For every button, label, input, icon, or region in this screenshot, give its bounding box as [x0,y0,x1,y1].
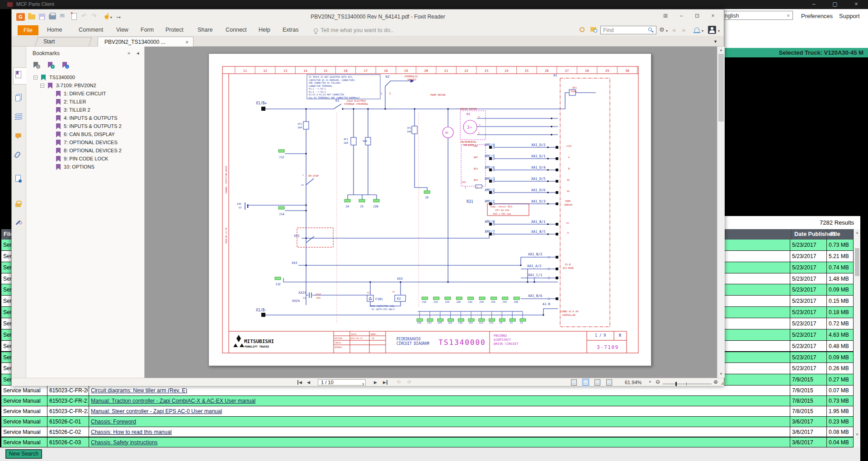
document-link[interactable]: Circuit diagrams: New tiller arm (Rev. E… [91,387,187,394]
bookmark-item[interactable]: 1: DRIVE CIRCUIT [26,90,144,98]
tree-expander-icon[interactable]: − [40,84,44,88]
language-select[interactable]: English ∨ [719,11,793,20]
menu-comment[interactable]: Comment [79,27,103,33]
hand-tool-dropdown-icon[interactable]: ▾ [110,15,112,19]
bookmarks-panel-icon[interactable] [15,71,24,79]
table-row[interactable]: Service Manual615026-C-03Chassis: Safety… [1,437,853,448]
table-row[interactable]: Service Manual615026-C-02Chassis: How to… [1,427,853,437]
tree-expander-icon[interactable]: − [33,75,38,80]
favorite-ring-icon[interactable] [580,27,585,32]
pdf-scroll-down-icon[interactable]: ▼ [717,372,725,376]
save-icon[interactable] [39,14,45,20]
search-icon[interactable] [648,28,652,31]
ribbon-collapse-icon[interactable]: ▼ [713,39,717,44]
create-from-clipboard-icon[interactable] [71,13,77,20]
resize-grip-icon[interactable]: ◢ [721,380,724,385]
zoom-slider-thumb[interactable] [675,382,677,386]
print-icon[interactable] [49,14,56,19]
bookmark-item[interactable]: −3-7109: PBV20N2 [26,82,144,90]
open-folder-icon[interactable] [28,14,35,19]
bookmark-item[interactable]: 2: TILLER [26,98,144,106]
support-link[interactable]: Support [839,13,860,19]
document-link[interactable]: Chassis: Safety instructions [91,439,157,446]
preferences-link[interactable]: Preferences [801,13,833,19]
bell-dropdown-icon[interactable]: ▾ [702,29,703,33]
menu-protect[interactable]: Protect [165,27,184,33]
cell-document-name[interactable]: Chassis: Safety instructions [89,437,789,447]
hand-tool-icon[interactable]: ☝ [103,13,110,19]
bookmark-item[interactable]: 6: CAN BUS, DISPLAY [26,131,144,139]
avatar-dropdown-icon[interactable]: ▾ [718,29,720,33]
bell-icon[interactable] [694,28,699,32]
bookmark-item[interactable]: −TS1340000 [26,74,144,82]
cell-document-name[interactable]: Circuit diagrams: New tiller arm (Rev. E… [89,386,789,395]
zoom-out-icon[interactable]: ⊖ [656,379,660,385]
foxit-minimize-icon[interactable]: – [676,13,686,19]
cell-document-name[interactable]: Manual: Traction controller - Zapi Combi… [89,396,789,406]
new-search-button[interactable]: New Search [6,450,42,458]
cell-document-name[interactable]: Chassis: Foreword [89,417,789,427]
goto-bookmark-badge[interactable]: → [65,65,69,69]
bookmark-item[interactable]: 8: OPTIONAL DEVICES 2 [26,147,144,155]
continuous-facing-view-icon[interactable] [606,379,612,386]
close-button[interactable]: × [849,1,863,7]
menu-extras[interactable]: Extras [283,27,298,33]
document-view[interactable]: 1112131415161718192021222324252627282930… [145,47,717,378]
zoom-dropdown-icon[interactable]: ▾ [649,380,651,384]
scroll-down-icon[interactable]: ▼ [854,433,860,437]
redo-icon[interactable]: ↷ [91,12,97,19]
pdf-scrollbar[interactable]: ▲ ▼ [717,47,725,378]
layout-grid-icon[interactable]: ⊞ [660,13,670,19]
maximize-button[interactable]: ▢ [828,1,842,7]
pdf-scroll-up-icon[interactable]: ▲ [717,48,725,52]
foxit-restore-icon[interactable]: ⊡ [692,13,702,19]
document-link[interactable]: Chassis: Foreword [91,419,136,425]
attachments-panel-icon[interactable] [15,151,24,160]
previous-page-icon[interactable]: ◀ [307,380,310,385]
delete-bookmark-badge[interactable]: × [36,65,40,69]
bookmark-item[interactable]: 9: PIN CODE LOCK [26,155,144,163]
page-number-box[interactable]: 1 / 10 ▾ [318,379,366,386]
collapse-panel-icon[interactable]: ◂ [137,50,139,56]
menu-connect[interactable]: Connect [226,27,247,33]
table-row[interactable]: Service Manual615023-C-FR-20Circuit diag… [1,386,853,396]
cell-document-name[interactable]: Manual: Steer controller - Zapi EPS AC-0… [89,406,789,416]
last-page-icon[interactable]: ▶ [383,380,387,385]
bookmark-item[interactable]: 10: OPTIONS [26,163,144,171]
comments-panel-icon[interactable] [15,133,24,141]
continuous-view-icon[interactable] [583,379,589,386]
bookmark-item[interactable]: 7: OPTIONAL DEVICES [26,139,144,147]
email-icon[interactable]: ✉ [60,12,65,19]
add-bookmark-badge[interactable]: + [51,65,55,69]
bookmark-item[interactable]: 5: INPUTS & OUTPUTS 2 [26,122,144,131]
document-link[interactable]: Manual: Steer controller - Zapi EPS AC-0… [91,408,222,414]
customize-toolbar-icon[interactable]: ╾▾ [117,15,121,19]
layers-panel-icon[interactable] [15,113,24,122]
menu-home[interactable]: Home [47,27,62,33]
scroll-up-icon[interactable]: ▲ [854,230,860,235]
tab-close-icon[interactable]: × [186,37,189,47]
next-page-icon[interactable]: ▶ [374,380,377,385]
table-row[interactable]: Service Manual615023-C-FR-22Manual: Stee… [1,406,853,417]
foxit-close-icon[interactable]: × [708,13,718,19]
minimize-button[interactable]: – [807,1,821,7]
tell-me-box[interactable]: Tell me what you want to do.. [321,27,393,33]
menu-view[interactable]: View [116,27,128,33]
avatar[interactable] [708,26,716,34]
security-lock-icon[interactable] [15,200,24,208]
search-folder-icon[interactable] [590,27,596,32]
expand-all-icon[interactable]: » [127,50,130,56]
menu-help[interactable]: Help [259,27,270,33]
table-row[interactable]: Service Manual615026-C-01Chassis: Forewo… [1,417,853,427]
menu-file[interactable]: File [18,25,38,35]
first-page-icon[interactable]: ◀ [297,380,302,385]
gear-icon[interactable]: ⚙ [659,26,665,33]
table-row[interactable]: Service Manual615023-C-FR-21Manual: Trac… [1,396,853,406]
zoom-level[interactable]: 61.94% [625,380,642,385]
scrollbar-thumb[interactable] [855,248,859,276]
results-scrollbar[interactable]: ▲ ▼ [853,229,860,447]
signature-panel-icon[interactable] [15,219,24,227]
document-link[interactable]: Manual: Traction controller - Zapi Combi… [91,398,255,404]
page-dropdown-icon[interactable]: ▾ [362,381,364,387]
zoom-slider-track[interactable] [663,384,712,384]
